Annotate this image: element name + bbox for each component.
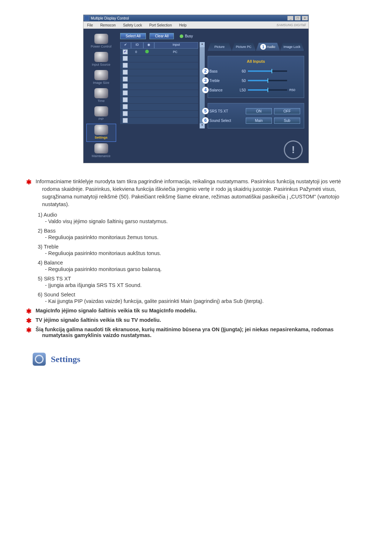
table-row[interactable]	[120, 62, 198, 69]
num-badge: 4	[202, 87, 209, 93]
menu-help[interactable]: Help	[175, 23, 190, 27]
srs-label: SRS TS XT	[209, 109, 234, 113]
menu-port-selection[interactable]: Port Selection	[146, 23, 175, 27]
sidebar-item-time[interactable]: Time	[87, 87, 116, 105]
table-row[interactable]	[120, 90, 198, 97]
col-check[interactable]: ✔	[120, 42, 131, 49]
pip-icon	[94, 106, 108, 116]
sidebar-item-input-source[interactable]: Input Source	[87, 51, 116, 69]
maximize-button[interactable]: □	[295, 16, 301, 20]
row-checkbox[interactable]	[123, 63, 128, 68]
sidebar-item-maintenance[interactable]: Maintenance	[87, 143, 116, 160]
power-icon	[94, 34, 108, 44]
table-row[interactable]	[120, 69, 198, 76]
app-icon	[84, 16, 89, 21]
main-panel: Select All Clear All Busy ✔ ID ◉ Input 0	[119, 30, 309, 163]
list-scrollbar[interactable]: ▴ ▾	[200, 42, 205, 128]
row-checkbox[interactable]	[123, 104, 128, 109]
sidebar: Power Control Input Source Image Size Ti…	[83, 30, 119, 163]
sound-main-button[interactable]: Main	[246, 118, 272, 124]
scroll-down-icon[interactable]: ▾	[200, 123, 205, 128]
all-inputs-label: All Inputs	[212, 59, 300, 63]
busy-indicator: Busy	[180, 34, 193, 38]
row-id: 0	[130, 50, 142, 54]
row-checkbox[interactable]	[123, 83, 128, 89]
status-dot-icon	[145, 50, 149, 53]
slider-row: 2Bass60	[212, 66, 300, 76]
clear-all-button[interactable]: Clear All	[150, 33, 174, 39]
srs-on-button[interactable]: ON	[246, 108, 272, 114]
titlebar: Multiple Display Control _ □ ×	[83, 15, 309, 21]
table-row[interactable]	[120, 83, 198, 90]
row-checkbox[interactable]	[123, 70, 128, 75]
sound-sub-button[interactable]: Sub	[274, 118, 300, 124]
row-checkbox[interactable]	[123, 118, 128, 123]
slider-post: R50	[289, 88, 300, 92]
input-source-icon	[94, 52, 108, 62]
table-row[interactable]	[120, 97, 198, 104]
doc-list-desc: - Reguliuoja pasirinkto monitoriaus žemu…	[45, 234, 359, 240]
table-row[interactable]	[120, 56, 198, 62]
tab-audio[interactable]: 1Audio	[256, 43, 280, 51]
slider-label: Balance	[209, 88, 234, 92]
minimize-button[interactable]: _	[287, 16, 293, 20]
table-row[interactable]	[120, 104, 198, 111]
sidebar-item-pip[interactable]: PIP	[87, 106, 116, 123]
num-badge: 2	[202, 68, 209, 74]
table-row[interactable]: 0 PC	[120, 49, 198, 56]
num-badge-6: 6	[202, 117, 209, 124]
warning-icon: !	[284, 140, 303, 159]
scroll-up-icon[interactable]: ▴	[200, 42, 205, 47]
audio-toggles-panel: 5 SRS TS XT ON OFF 6 Sound Select Main S…	[208, 103, 304, 128]
slider-label: Bass	[209, 69, 234, 73]
table-row[interactable]	[120, 111, 198, 118]
num-badge-5: 5	[202, 108, 209, 114]
col-id[interactable]: ID	[131, 42, 143, 49]
slider-row: 3Treble50	[212, 76, 300, 85]
table-row[interactable]	[120, 118, 198, 124]
tab-picture-pc[interactable]: Picture PC	[232, 43, 256, 51]
menu-remocon[interactable]: Remocon	[97, 23, 119, 27]
col-input[interactable]: Input	[154, 42, 198, 49]
select-all-button[interactable]: Select All	[120, 33, 146, 39]
col-status[interactable]: ◉	[143, 42, 154, 49]
slider-value: 60	[236, 69, 246, 73]
row-checkbox[interactable]	[123, 90, 128, 95]
sidebar-item-power-control[interactable]: Power Control	[87, 33, 116, 50]
slider-track[interactable]	[248, 89, 287, 91]
doc-list-desc: - Kai įjungta PIP (vaizdas vaizde) funkc…	[45, 298, 359, 304]
intro-paragraph: ✱Informaciniame tinklelyje nurodyta tam …	[42, 178, 359, 208]
brand-label: SAMSUNG DIGITall	[190, 23, 309, 27]
row-checkbox[interactable]	[123, 56, 128, 61]
tabs: Picture Picture PC 1Audio Image Lock	[208, 42, 304, 51]
window-buttons: _ □ ×	[287, 16, 308, 20]
row-checkbox[interactable]	[123, 49, 128, 54]
tab-picture[interactable]: Picture	[208, 43, 232, 51]
table-row[interactable]	[120, 76, 198, 83]
doc-list-heading: 4) Balance	[38, 260, 359, 266]
srs-off-button[interactable]: OFF	[274, 108, 300, 114]
sound-select-label: Sound Select	[209, 119, 234, 123]
tab-audio-badge: 1	[260, 44, 266, 50]
row-input: PC	[152, 50, 198, 54]
settings-icon	[94, 125, 108, 135]
image-size-icon	[94, 70, 108, 80]
row-checkbox[interactable]	[123, 111, 128, 116]
doc-list-heading: 2) Bass	[38, 228, 359, 234]
settings-heading-title: Settings	[51, 354, 80, 364]
slider-track[interactable]	[248, 70, 287, 72]
menu-file[interactable]: File	[83, 23, 97, 27]
slider-value: 50	[236, 79, 246, 83]
close-button[interactable]: ×	[302, 16, 308, 20]
doc-note: ✱MagicInfo įėjimo signalo šaltinis veiki…	[42, 308, 359, 313]
tab-image-lock[interactable]: Image Lock	[280, 43, 305, 51]
row-checkbox[interactable]	[123, 97, 128, 102]
slider-track[interactable]	[248, 80, 287, 81]
sidebar-item-image-size[interactable]: Image Size	[87, 69, 116, 87]
doc-list-heading: 1) Audio	[38, 212, 359, 218]
slider-label: Treble	[209, 79, 234, 83]
time-icon	[94, 88, 108, 98]
sidebar-item-settings[interactable]: Settings	[86, 124, 116, 142]
row-checkbox[interactable]	[123, 77, 128, 82]
menu-safety-lock[interactable]: Safety Lock	[119, 23, 146, 27]
